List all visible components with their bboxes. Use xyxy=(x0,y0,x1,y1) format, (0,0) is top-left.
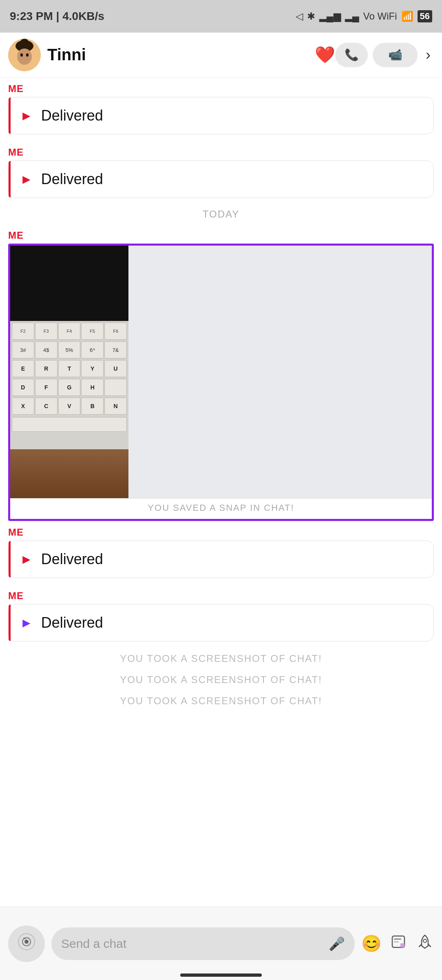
key-n: N xyxy=(104,398,127,415)
message-bubble-5[interactable]: ► Delivered xyxy=(8,604,434,642)
snap-message[interactable]: F2 F3 F4 F5 F6 3# 4$ 5% 6^ 7& xyxy=(8,244,434,521)
key-u: U xyxy=(104,360,127,377)
delivered-text-5: Delivered xyxy=(41,614,103,631)
bottom-bar: Send a chat 🎤 😊 xyxy=(0,907,442,980)
dark-top xyxy=(10,246,128,327)
avatar-svg xyxy=(8,39,41,71)
bluetooth-icon: ✱ xyxy=(307,11,315,22)
microphone-icon[interactable]: 🎤 xyxy=(329,936,345,951)
status-icons: ◁ ✱ ▂▄▆ ▂▄ Vo WiFi 📶 56 xyxy=(296,10,432,22)
message-bubble-4[interactable]: ► Delivered xyxy=(8,541,434,578)
me-label-4: ME xyxy=(0,521,442,541)
key-b: B xyxy=(81,398,104,415)
chat-input-area[interactable]: Send a chat 🎤 xyxy=(51,927,355,960)
bottom-icons: 😊 xyxy=(361,933,434,954)
screenshot-notice-1: YOU TOOK A SCREENSHOT OF CHAT! xyxy=(0,648,442,669)
sticker-button[interactable] xyxy=(390,933,408,954)
status-bar: 9:23 PM | 4.0KB/s ◁ ✱ ▂▄▆ ▂▄ Vo WiFi 📶 5… xyxy=(0,0,442,33)
phone-icon: 📞 xyxy=(345,48,359,62)
chevron-right-icon: › xyxy=(426,46,431,63)
key-row-2: E R T Y U xyxy=(10,359,128,378)
key-3: 3# xyxy=(12,341,34,358)
svg-point-2 xyxy=(17,48,32,65)
battery-icon: 56 xyxy=(418,10,432,22)
camera-button[interactable] xyxy=(8,925,45,962)
key-6: 6^ xyxy=(81,341,104,358)
signal2-icon: ▂▄ xyxy=(345,11,359,22)
svg-rect-12 xyxy=(394,941,399,943)
keyboard-bg: F2 F3 F4 F5 F6 3# 4$ 5% 6^ 7& xyxy=(10,246,128,498)
svg-point-4 xyxy=(20,53,23,57)
home-bar xyxy=(180,973,262,977)
chat-area: ME ► Delivered ME ► Delivered TODAY ME xyxy=(0,77,442,712)
me-label-3: ME xyxy=(0,224,442,244)
key-h: H xyxy=(81,379,104,396)
key-space xyxy=(12,417,127,432)
key-row-3: D F G H xyxy=(10,378,128,397)
delivered-text-1: Delivered xyxy=(41,107,103,124)
navigation-icon: ◁ xyxy=(296,11,303,22)
header-actions: 📞 📹 › xyxy=(335,43,434,67)
svg-rect-11 xyxy=(394,938,401,940)
delivered-text-4: Delivered xyxy=(41,551,103,568)
key-x: X xyxy=(12,398,34,415)
key-f: F xyxy=(35,379,57,396)
chat-header: Tinni ❤️ 📞 📹 › xyxy=(0,33,442,77)
message-bubble-2[interactable]: ► Delivered xyxy=(8,160,434,198)
send-arrow-icon-4: ► xyxy=(20,552,33,567)
snap-saved-text: YOU SAVED A SNAP IN CHAT! xyxy=(10,498,432,519)
message-bubble-1[interactable]: ► Delivered xyxy=(8,97,434,134)
keyboard-area: F2 F3 F4 F5 F6 3# 4$ 5% 6^ 7& xyxy=(10,321,128,449)
vo-wifi-label: Vo WiFi xyxy=(363,11,397,22)
svg-point-3 xyxy=(20,39,29,45)
screenshot-notice-3: YOU TOOK A SCREENSHOT OF CHAT! xyxy=(0,690,442,712)
key-f5: F5 xyxy=(81,323,104,340)
key-f3: F3 xyxy=(35,323,57,340)
call-button[interactable]: 📞 xyxy=(335,43,368,67)
key-row-0: F2 F3 F4 F5 F6 xyxy=(10,321,128,341)
header-name-area: Tinni ❤️ xyxy=(47,45,335,64)
chat-input-placeholder[interactable]: Send a chat xyxy=(61,937,325,951)
key-v: V xyxy=(58,398,81,415)
key-c: C xyxy=(35,398,57,415)
keyboard-photo: F2 F3 F4 F5 F6 3# 4$ 5% 6^ 7& xyxy=(10,246,128,498)
key-blank xyxy=(104,379,127,396)
avatar[interactable] xyxy=(8,39,41,71)
key-e: E xyxy=(12,360,34,377)
video-call-button[interactable]: 📹 xyxy=(373,43,418,67)
key-f2: F2 xyxy=(12,323,34,340)
svg-point-8 xyxy=(24,940,29,944)
emoji-button[interactable]: 😊 xyxy=(361,934,382,953)
signal-icon: ▂▄▆ xyxy=(319,11,341,22)
contact-name[interactable]: Tinni xyxy=(47,46,312,64)
key-f4: F4 xyxy=(58,323,81,340)
snap-image-area: F2 F3 F4 F5 F6 3# 4$ 5% 6^ 7& xyxy=(10,246,432,498)
key-d: D xyxy=(12,379,34,396)
svg-rect-13 xyxy=(400,943,404,947)
screenshot-notice-2: YOU TOOK A SCREENSHOT OF CHAT! xyxy=(0,669,442,690)
key-r: R xyxy=(35,360,57,377)
key-row-4: X C V B N xyxy=(10,397,128,415)
heart-icon: ❤️ xyxy=(315,45,335,64)
key-g: G xyxy=(58,379,81,396)
svg-point-14 xyxy=(423,939,427,943)
key-4: 4$ xyxy=(35,341,57,358)
key-5: 5% xyxy=(58,341,81,358)
svg-rect-9 xyxy=(23,938,26,939)
key-7: 7& xyxy=(104,341,127,358)
send-arrow-icon-1: ► xyxy=(20,108,33,123)
more-options-button[interactable]: › xyxy=(422,43,434,67)
status-time: 9:23 PM | 4.0KB/s xyxy=(10,10,104,23)
wood-table xyxy=(10,449,128,498)
send-arrow-icon-5: ► xyxy=(20,615,33,631)
send-arrow-icon-2: ► xyxy=(20,172,33,187)
me-label-5: ME xyxy=(0,584,442,604)
wifi-icon: 📶 xyxy=(401,11,413,22)
me-label-2: ME xyxy=(0,141,442,160)
key-row-1: 3# 4$ 5% 6^ 7& xyxy=(10,341,128,359)
bitmoji-button[interactable] xyxy=(416,933,434,954)
camera-icon xyxy=(18,933,35,954)
key-t: T xyxy=(58,360,81,377)
svg-point-5 xyxy=(26,53,29,57)
key-y: Y xyxy=(81,360,104,377)
